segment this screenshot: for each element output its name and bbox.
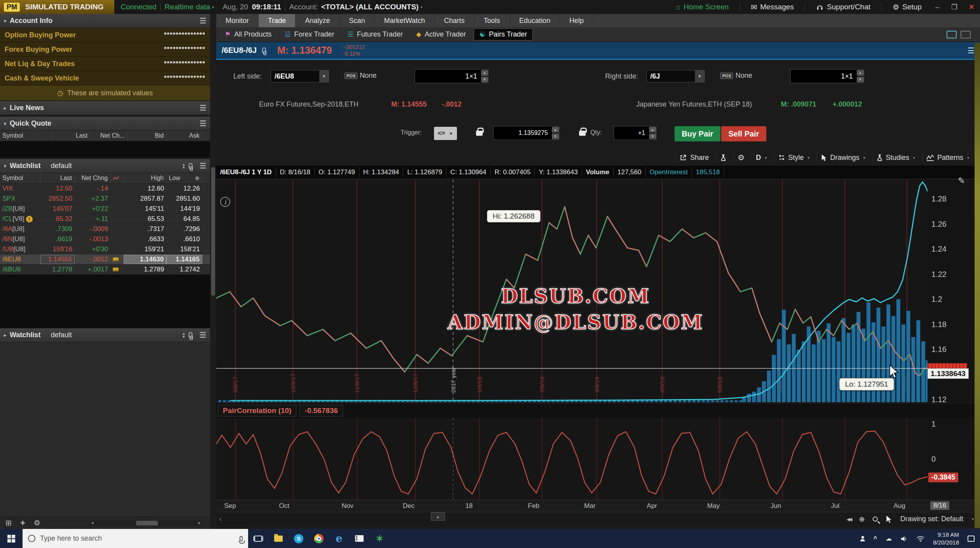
account-row-forex-buying-power[interactable]: Forex Buying Power************** [0, 42, 210, 57]
menu-item-analyze[interactable]: Analyze [296, 14, 340, 27]
correlation-plot[interactable] [216, 418, 928, 500]
connection-status[interactable]: Connected [121, 3, 156, 11]
studies-button[interactable]: Studies▾ [872, 152, 919, 163]
scrollbar-thumb[interactable] [136, 521, 158, 525]
sort-spinner[interactable]: ▲▼ [182, 163, 186, 169]
subtab-futures-trader[interactable]: ☰Futures Trader [342, 29, 408, 40]
sidebar-scrollbar[interactable] [210, 14, 216, 529]
watchlist-row--zb[interactable]: /ZB[U8]145'07+0'22145'11144'19 [0, 204, 210, 214]
menu-icon[interactable]: ☰ [200, 161, 206, 170]
file-explorer-button[interactable] [268, 529, 289, 548]
action-center-icon[interactable] [968, 536, 975, 542]
pencil-icon[interactable]: ✎ [958, 176, 965, 186]
subtab-all-products[interactable]: ⚑All Products [219, 29, 277, 40]
account-row-net-liq-day-trades[interactable]: Net Liq & Day Trades************** [0, 57, 210, 71]
speaker-icon[interactable] [900, 535, 908, 542]
left-symbol-select[interactable]: /6EU8▼ [271, 70, 329, 82]
taskbar-search[interactable]: Type here to search [23, 529, 248, 548]
crosshair-target-icon[interactable]: ⊕ [859, 515, 865, 523]
lock-icon[interactable] [476, 131, 483, 136]
info-icon[interactable]: i [220, 197, 230, 207]
cursor-icon[interactable] [886, 515, 892, 523]
link-icon[interactable] [189, 332, 192, 338]
menu-icon[interactable]: ☰ [200, 119, 206, 128]
style-button[interactable]: Style▾ [774, 152, 814, 163]
qq-col-bid[interactable]: Bid [128, 131, 166, 141]
trigger-price-input[interactable]: 1.1359275 ▲▼ [493, 126, 559, 140]
network-icon[interactable] [917, 536, 924, 542]
support-chat-button[interactable]: Support/Chat [809, 0, 877, 14]
qty-input[interactable]: +1 ▲▼ [614, 126, 656, 140]
menu-item-monitor[interactable]: Monitor [216, 14, 259, 27]
add-gadget-button[interactable]: + [20, 518, 25, 528]
drawing-set-selector[interactable]: Drawing set: Default [900, 515, 963, 523]
drawings-button[interactable]: Drawings▾ [817, 152, 869, 163]
menu-item-marketwatch[interactable]: MarketWatch [374, 14, 434, 27]
microphone-icon[interactable] [240, 536, 243, 541]
scroll-left-icon[interactable]: ◂ [91, 520, 94, 525]
menu-icon[interactable]: ☰ [200, 331, 206, 340]
watchlist-row--6bu8[interactable]: /6BU81.2778+.00171.27891.2742 [0, 264, 210, 275]
skype-button[interactable]: S [289, 529, 309, 548]
gear-icon[interactable]: ⚙ [34, 518, 40, 527]
fast-backward-icon[interactable]: ◂◂ [847, 515, 851, 523]
menu-item-trade[interactable]: Trade [259, 14, 296, 27]
menu-icon[interactable]: ☰ [968, 46, 975, 55]
wl-col-high[interactable]: High [124, 173, 166, 183]
price-axis[interactable]: ✎ 1.1338643 1.281.261.241.221.21.181.161… [928, 180, 980, 403]
thinkorswim-app-button[interactable]: ✶ [369, 529, 390, 548]
grid-icon[interactable]: ⊞ [5, 518, 12, 527]
watchlist-row--6eu8[interactable]: /6EU81.14555-.00121.146301.14165 [0, 254, 210, 264]
quick-quote-header[interactable]: ▾ Quick Quote ☰ [0, 117, 210, 131]
live-news-header[interactable]: ▸ Live News ☰ [0, 101, 210, 115]
onedrive-cloud-icon[interactable]: ☁ [886, 535, 892, 542]
patterns-button[interactable]: Patterns▾ [922, 152, 973, 163]
time-axis[interactable]: 8/16 SepOctNovDec18FebMarAprMayJunJulAug [216, 500, 980, 512]
study-name[interactable]: PairCorrelation (10) [218, 405, 296, 417]
home-screen-button[interactable]: ⌂ Home Screen [669, 0, 736, 14]
onchart-studies-button[interactable] [716, 152, 730, 163]
realtime-status[interactable]: Realtime data [164, 3, 210, 11]
stepper-buttons[interactable]: ▲▼ [552, 127, 559, 139]
share-button[interactable]: Share [676, 152, 713, 163]
taskbar-clock[interactable]: 9:18 AM8/20/2018 [933, 531, 959, 546]
watchlist-row--6n[interactable]: /6N[U8].6619-.0013.6633.6610 [0, 234, 210, 244]
panel-collapse-tab[interactable]: ▴ [431, 512, 445, 521]
account-selector[interactable]: <TOTAL> (ALL ACCOUNTS) [321, 3, 419, 11]
watchlist-row--cl[interactable]: /CL[V8]!65.32+.1165.5364.85 [0, 214, 210, 224]
wl-col-symbol[interactable]: Symbol [0, 173, 40, 183]
wl-col-chart[interactable] [110, 173, 124, 183]
subtab-active-trader[interactable]: ◆Active Trader [411, 29, 471, 40]
left-ratio-input[interactable]: 1×1 ▲▼ [415, 69, 488, 83]
menu-item-scan[interactable]: Scan [340, 14, 374, 27]
start-button[interactable] [0, 529, 23, 548]
wl-col-low[interactable]: Low ⚙ [166, 173, 202, 183]
account-row-option-buying-power[interactable]: Option Buying Power************** [0, 28, 210, 42]
minimize-button[interactable]: – [929, 0, 946, 14]
watchlist-row--ub[interactable]: /UB[U8]159'16+0'30159'21158'21 [0, 244, 210, 254]
qq-col-last[interactable]: Last [53, 131, 90, 141]
right-ratio-input[interactable]: 1×1 ▲▼ [790, 69, 864, 83]
stepper-buttons[interactable]: ▲▼ [481, 70, 488, 82]
lock-icon[interactable] [579, 131, 586, 136]
watchlist-row--6a[interactable]: /6A[U8].7309-.0009.7317.7296 [0, 224, 210, 234]
layout-icon[interactable] [961, 31, 971, 39]
account-info-header[interactable]: ▾ Account Info ☰ [0, 14, 210, 28]
menu-item-charts[interactable]: Charts [435, 14, 474, 27]
watchlist-header[interactable]: ▾ Watchlist default ▲▼ ☰ [0, 159, 210, 173]
menu-icon[interactable]: ☰ [200, 103, 206, 112]
timeframe-button[interactable]: D▾ [752, 152, 771, 163]
scroll-left-icon[interactable]: ‹ [216, 515, 222, 523]
restore-button[interactable]: ❐ [946, 0, 963, 14]
menu-item-help[interactable]: Help [560, 14, 593, 27]
price-chart-plot[interactable]: 9/8/1710/9/1711/8/1712/8/171/8/182/8/183… [216, 180, 928, 403]
qq-col-ask[interactable]: Ask [166, 131, 202, 141]
buy-pair-button[interactable]: Buy Pair [674, 126, 721, 142]
zoom-out-icon[interactable] [873, 516, 878, 522]
subtab-forex-trader[interactable]: ☳Forex Trader [279, 29, 340, 40]
people-icon[interactable] [860, 539, 865, 541]
pair-symbol[interactable]: /6EU8-/6J [222, 46, 257, 55]
wl-col-last[interactable]: Last [40, 173, 75, 183]
subtab-pairs-trader[interactable]: ☯Pairs Trader [474, 28, 533, 40]
scrollbar-thumb[interactable] [211, 167, 215, 296]
